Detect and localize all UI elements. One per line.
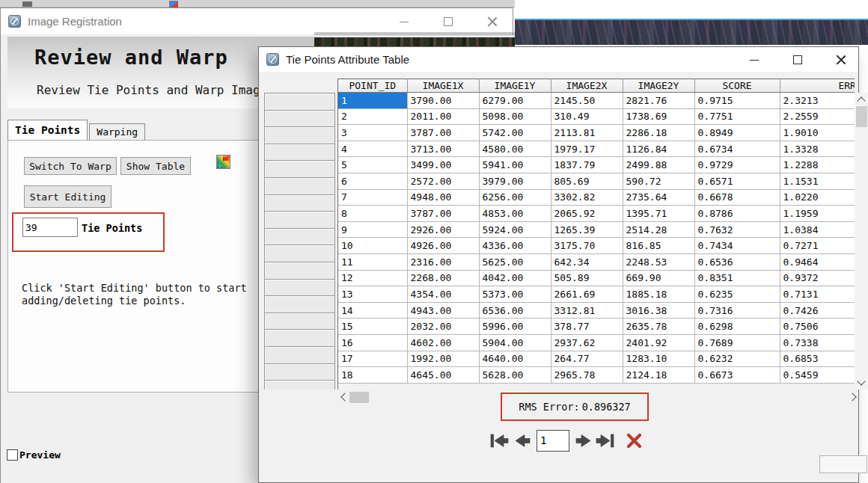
tie-points-count-field[interactable] bbox=[22, 218, 78, 237]
cell[interactable]: 3016.38 bbox=[623, 302, 694, 319]
row-header-cell[interactable] bbox=[264, 229, 335, 246]
cell-point-id[interactable]: 2 bbox=[338, 108, 407, 125]
cell[interactable]: 4948.00 bbox=[407, 189, 479, 206]
cell[interactable]: 0.7751 bbox=[694, 108, 780, 125]
cell[interactable]: 2635.78 bbox=[623, 319, 694, 335]
tab-tie-points[interactable]: Tie Points bbox=[7, 120, 88, 140]
row-header-cell[interactable] bbox=[264, 381, 335, 390]
cell[interactable]: 378.77 bbox=[551, 319, 623, 335]
scroll-left-icon[interactable] bbox=[340, 393, 349, 401]
cell[interactable]: 1126.84 bbox=[623, 141, 694, 157]
row-header-cell[interactable] bbox=[264, 262, 335, 280]
cell[interactable]: 1.3328 bbox=[780, 141, 855, 157]
cell[interactable]: 2145.50 bbox=[551, 93, 623, 109]
preview-checkbox[interactable] bbox=[7, 449, 18, 461]
cell[interactable]: 2937.62 bbox=[551, 334, 623, 351]
cell[interactable]: 669.90 bbox=[623, 270, 694, 286]
minimize-icon[interactable] bbox=[748, 53, 761, 67]
cell-point-id[interactable]: 5 bbox=[338, 157, 407, 173]
cell[interactable]: 1.9010 bbox=[780, 125, 855, 141]
cell[interactable]: 3713.00 bbox=[407, 141, 479, 157]
close-icon[interactable] bbox=[834, 53, 848, 67]
cell[interactable]: 0.7506 bbox=[780, 319, 855, 335]
cell[interactable]: 2113.81 bbox=[551, 125, 623, 141]
cell[interactable]: 2286.18 bbox=[623, 125, 694, 141]
show-table-button[interactable]: Show Table bbox=[120, 157, 191, 175]
cell[interactable]: 0.7689 bbox=[694, 334, 780, 351]
cell[interactable]: 2032.00 bbox=[407, 319, 479, 335]
cell[interactable]: 2514.28 bbox=[623, 221, 694, 238]
cell[interactable]: 1738.69 bbox=[623, 108, 694, 125]
cell[interactable]: 3175.70 bbox=[551, 238, 623, 254]
row-header-cell[interactable] bbox=[264, 127, 335, 144]
cell[interactable]: 5924.00 bbox=[479, 221, 551, 238]
cell[interactable]: 4354.00 bbox=[407, 286, 479, 303]
row-header-cell[interactable] bbox=[264, 111, 335, 128]
cell[interactable]: 4926.00 bbox=[407, 238, 479, 254]
cell[interactable]: 3979.00 bbox=[479, 173, 551, 189]
cell[interactable]: 0.6678 bbox=[694, 189, 780, 206]
cell[interactable]: 2926.00 bbox=[407, 221, 479, 238]
column-header[interactable]: ERROR bbox=[780, 79, 855, 93]
cell[interactable]: 5904.00 bbox=[479, 334, 551, 351]
cell[interactable]: 1.1531 bbox=[780, 173, 855, 189]
cell[interactable]: 5373.00 bbox=[479, 286, 551, 303]
cell[interactable]: 1395.71 bbox=[623, 206, 694, 222]
row-header-cell[interactable] bbox=[264, 280, 335, 297]
row-header-cell[interactable] bbox=[264, 347, 335, 364]
cell[interactable]: 3787.00 bbox=[407, 125, 479, 141]
cell-point-id[interactable]: 8 bbox=[338, 206, 407, 222]
record-number-input[interactable] bbox=[537, 430, 569, 452]
cell[interactable]: 0.7434 bbox=[694, 238, 780, 254]
cell[interactable]: 0.7426 bbox=[780, 302, 855, 319]
cell[interactable]: 1.2288 bbox=[780, 157, 855, 173]
minimize-icon[interactable] bbox=[397, 15, 411, 28]
cell[interactable]: 5628.00 bbox=[479, 367, 551, 384]
cell-point-id[interactable]: 16 bbox=[338, 334, 407, 351]
row-header-cell[interactable] bbox=[264, 178, 335, 195]
row-header-cell[interactable] bbox=[264, 195, 335, 212]
cell-point-id[interactable]: 15 bbox=[338, 319, 407, 335]
cell[interactable]: 0.8351 bbox=[694, 270, 780, 286]
cell-point-id[interactable]: 10 bbox=[338, 238, 407, 254]
row-header-cell[interactable] bbox=[264, 212, 335, 229]
cell-point-id[interactable]: 17 bbox=[338, 351, 407, 367]
cell[interactable]: 4042.00 bbox=[479, 270, 551, 286]
row-header-cell[interactable] bbox=[264, 330, 335, 347]
cell[interactable]: 310.49 bbox=[551, 108, 623, 125]
cell[interactable]: 3302.82 bbox=[551, 189, 623, 206]
cell[interactable]: 0.8949 bbox=[694, 125, 780, 141]
cell[interactable]: 2065.92 bbox=[551, 206, 623, 222]
cell[interactable]: 505.89 bbox=[551, 270, 623, 286]
row-header-cell[interactable] bbox=[264, 313, 335, 330]
cell[interactable]: 0.7131 bbox=[780, 286, 855, 303]
cell[interactable]: 0.5459 bbox=[780, 367, 855, 384]
cell[interactable]: 0.7271 bbox=[780, 238, 855, 254]
cell[interactable]: 4640.00 bbox=[479, 351, 551, 367]
column-header[interactable]: IMAGE2Y bbox=[623, 79, 694, 93]
cell[interactable]: 0.6734 bbox=[694, 141, 780, 157]
cell[interactable]: 2268.00 bbox=[407, 270, 479, 286]
cell-point-id[interactable]: 9 bbox=[338, 221, 407, 238]
row-header-cell[interactable] bbox=[264, 93, 335, 111]
cell-point-id[interactable]: 6 bbox=[338, 173, 407, 189]
cell-point-id[interactable]: 3 bbox=[338, 125, 407, 141]
cell[interactable]: 3787.00 bbox=[407, 206, 479, 222]
start-editing-button[interactable]: Start Editing bbox=[24, 185, 111, 208]
cell[interactable]: 2661.69 bbox=[551, 286, 623, 303]
cell[interactable]: 2401.92 bbox=[623, 334, 694, 351]
cell[interactable]: 5742.00 bbox=[479, 125, 551, 141]
cell-point-id[interactable]: 11 bbox=[338, 253, 407, 270]
cell[interactable]: 2499.88 bbox=[623, 157, 694, 173]
cell-point-id[interactable]: 1 bbox=[338, 93, 407, 109]
cell[interactable]: 3312.81 bbox=[551, 302, 623, 319]
cell[interactable]: 590.72 bbox=[623, 173, 694, 189]
cell-point-id[interactable]: 7 bbox=[338, 189, 407, 206]
last-record-icon[interactable] bbox=[595, 432, 615, 449]
cell[interactable]: 2.2559 bbox=[780, 108, 855, 125]
horizontal-scroll-thumb[interactable] bbox=[349, 392, 369, 403]
table-titlebar[interactable]: Tie Points Attribute Table bbox=[259, 47, 858, 72]
cell-point-id[interactable]: 13 bbox=[338, 286, 407, 303]
cell[interactable]: 1.1959 bbox=[780, 206, 855, 222]
next-record-icon[interactable] bbox=[574, 432, 592, 449]
